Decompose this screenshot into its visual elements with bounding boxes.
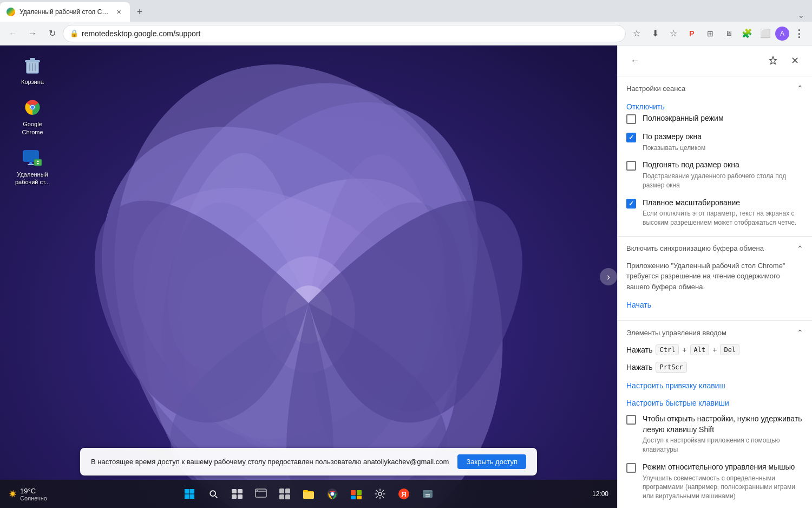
address-bar[interactable]: 🔒 remotedesktop.google.com/support — [63, 25, 626, 42]
panel-pin-button[interactable] — [764, 52, 782, 69]
recycle-bin-icon[interactable]: Корзина — [11, 51, 54, 89]
svg-rect-31 — [185, 489, 189, 494]
windows-taskbar: ☀️ 19°C Солнечно — [0, 480, 617, 508]
browser-frame: Удаленный рабочий стол Chr... ✕ + ⌄ ← → … — [0, 0, 812, 508]
star-icon[interactable]: ☆ — [665, 25, 682, 42]
address-text: remotedesktop.google.com/support — [82, 29, 619, 38]
close-tab-button[interactable]: ✕ — [114, 7, 123, 17]
alt-key-badge: Alt — [690, 344, 710, 355]
clipboard-header[interactable]: Включить синхронизацию буфера обмена ⌃ — [618, 237, 812, 258]
taskbar-explorer-button[interactable] — [298, 483, 319, 505]
clipboard-section: Включить синхронизацию буфера обмена ⌃ П… — [618, 237, 812, 321]
fullscreen-checkbox[interactable] — [626, 114, 636, 124]
svg-rect-11 — [30, 58, 35, 60]
clipboard-chevron: ⌃ — [797, 244, 803, 253]
bookmark-icon[interactable]: ☆ — [628, 25, 645, 42]
ext-puzzle-icon[interactable]: 🧩 — [738, 25, 756, 42]
input-section-chevron: ⌃ — [797, 328, 803, 337]
desktop-notification: В настоящее время доступ к вашему рабоче… — [80, 448, 537, 476]
shift-checkbox[interactable] — [626, 415, 636, 425]
svg-point-21 — [31, 106, 34, 109]
shift-checkbox-label: Чтобы открыть настройки, нужно удерживат… — [643, 414, 803, 435]
notification-text: В настоящее время доступ к вашему рабоче… — [91, 458, 449, 466]
chrome-desktop-icon[interactable]: Google Chrome — [11, 93, 54, 139]
refresh-button[interactable]: ↻ — [43, 25, 61, 42]
close-access-button[interactable]: Закрыть доступ — [457, 454, 526, 469]
desktop-icons: Корзина — [11, 51, 54, 189]
svg-rect-42 — [279, 489, 284, 493]
input-section-header[interactable]: Элементы управления вводом ⌃ — [618, 321, 812, 342]
taskbar-yandex-button[interactable]: Я — [393, 483, 415, 505]
weather-widget[interactable]: ☀️ 19°C Солнечно — [9, 487, 47, 502]
fullscreen-row: Полноэкранный режим — [626, 113, 803, 124]
adjust-size-checkbox[interactable] — [626, 161, 636, 171]
smooth-scale-label: Плавное масштабирование — [643, 198, 803, 209]
svg-rect-56 — [423, 490, 433, 498]
smooth-scale-sublabel: Если отключить этот параметр, текст на э… — [643, 209, 803, 227]
forward-button[interactable]: → — [24, 25, 41, 42]
ext-grid-icon[interactable]: ⊞ — [702, 25, 719, 42]
svg-point-53 — [378, 492, 382, 496]
windows-start-button[interactable] — [179, 483, 200, 505]
ext-window-icon[interactable]: ⬜ — [757, 25, 774, 42]
recycle-bin-label: Корзина — [21, 78, 44, 86]
taskbar-center: Я — [179, 483, 438, 505]
fit-window-label: По размеру окна — [643, 132, 803, 142]
disconnect-button[interactable]: Отключить — [626, 100, 665, 113]
chrome-label: Google Chrome — [14, 120, 51, 136]
svg-rect-50 — [357, 490, 362, 495]
taskbar-chrome-button[interactable] — [322, 483, 343, 505]
taskbar-taskview-button[interactable] — [226, 483, 248, 505]
svg-rect-38 — [238, 494, 243, 499]
tab-bar: Удаленный рабочий стол Chr... ✕ + ⌄ — [0, 0, 812, 22]
svg-rect-36 — [238, 489, 243, 493]
taskbar-time: 12:00 — [592, 490, 608, 498]
minimize-window-button[interactable]: ⌄ — [795, 9, 808, 22]
fit-window-sublabel: Показывать целиком — [643, 144, 803, 153]
taskbar-filemanager-button[interactable] — [417, 483, 438, 505]
taskbar-left: ☀️ 19°C Солнечно — [9, 487, 47, 502]
next-slide-button[interactable]: › — [600, 268, 617, 285]
relative-mouse-label: Режим относительного управления мышью — [643, 462, 803, 473]
prtscr-key-badge: PrtScr — [656, 362, 686, 373]
smooth-scale-checkbox[interactable] — [626, 199, 636, 209]
svg-rect-45 — [285, 494, 290, 499]
taskbar-search-button[interactable] — [202, 483, 224, 505]
panel-close-button[interactable]: ✕ — [786, 52, 803, 69]
tab-title: Удаленный рабочий стол Chr... — [19, 8, 109, 16]
main-area: Корзина — [0, 45, 812, 508]
taskbar-widgets-button[interactable] — [274, 483, 296, 505]
taskbar-browser-button[interactable] — [250, 483, 272, 505]
svg-rect-52 — [357, 496, 362, 499]
nav-bar: ← → ↻ 🔒 remotedesktop.google.com/support… — [0, 22, 812, 45]
menu-button[interactable]: ⋮ — [790, 25, 808, 42]
back-button[interactable]: ← — [4, 25, 22, 42]
new-tab-button[interactable]: + — [132, 4, 147, 19]
ctrl-key-badge: Ctrl — [656, 344, 679, 355]
weather-icon: ☀️ — [9, 490, 17, 498]
svg-text:Я: Я — [401, 490, 406, 498]
ext-remote-icon[interactable]: 🖥 — [720, 25, 737, 42]
remote-desktop-icon[interactable]: Удаленный рабочий ст... — [11, 144, 54, 190]
svg-rect-57 — [423, 492, 433, 493]
active-tab[interactable]: Удаленный рабочий стол Chr... ✕ — [0, 2, 130, 22]
panel-back-button[interactable]: ← — [626, 52, 644, 69]
shortcut-link[interactable]: Настроить быстрые клавиши — [626, 396, 803, 409]
key-binding-link[interactable]: Настроить привязку клавиш — [626, 379, 803, 392]
fit-window-checkbox[interactable] — [626, 133, 636, 142]
user-avatar-button[interactable]: A — [775, 27, 789, 41]
adjust-size-sublabel: Подстраивание удаленного рабочего стола … — [643, 172, 803, 190]
svg-rect-37 — [232, 494, 237, 499]
smooth-scale-row: Плавное масштабирование Если отключить э… — [626, 198, 803, 227]
taskbar-store-button[interactable] — [345, 483, 367, 505]
taskbar-settings-button[interactable] — [369, 483, 391, 505]
clipboard-title: Включить синхронизацию буфера обмена — [626, 244, 764, 252]
downloads-icon[interactable]: ⬇ — [646, 25, 664, 42]
svg-rect-44 — [279, 494, 284, 499]
session-settings-header[interactable]: Настройки сеанса ⌃ — [618, 76, 812, 98]
relative-mouse-checkbox[interactable] — [626, 463, 636, 473]
ext-pdf-icon[interactable]: P — [683, 25, 700, 42]
clipboard-start-button[interactable]: Начать — [626, 298, 651, 311]
session-settings-section: Настройки сеанса ⌃ Отключить Полноэкранн… — [618, 76, 812, 237]
input-section-title: Элементы управления вводом — [626, 329, 726, 337]
